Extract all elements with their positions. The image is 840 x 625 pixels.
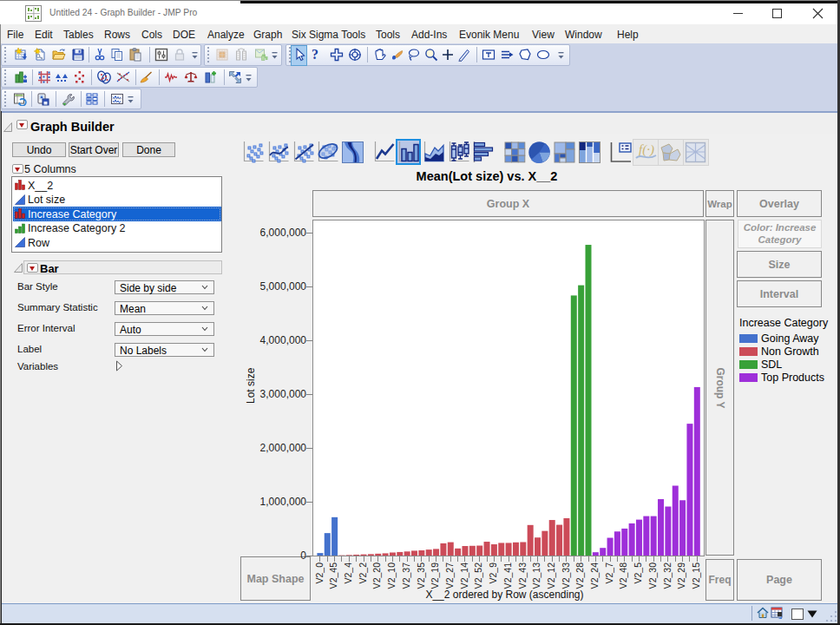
svg-text:f(·): f(·) <box>639 142 654 157</box>
